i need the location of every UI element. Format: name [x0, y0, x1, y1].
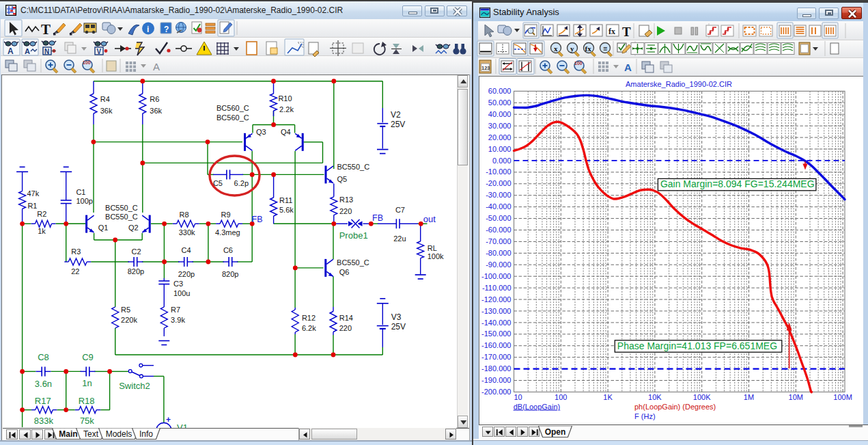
svg-text:BC550_C: BC550_C: [337, 163, 369, 171]
svg-text:V3: V3: [391, 312, 402, 322]
svg-text:-170.000: -170.000: [481, 353, 511, 361]
svg-text:-20.000: -20.000: [486, 179, 511, 187]
svg-text:50.000: 50.000: [488, 98, 512, 107]
svg-text:100k: 100k: [428, 252, 444, 260]
svg-text:out: out: [423, 214, 436, 224]
svg-text:-40.000: -40.000: [486, 202, 511, 211]
svg-text:R14: R14: [339, 314, 353, 322]
svg-text:Switch2: Switch2: [119, 381, 150, 391]
svg-text:220: 220: [339, 207, 352, 215]
svg-text:R5: R5: [121, 306, 130, 314]
svg-text:C8: C8: [38, 352, 49, 362]
svg-text:40.000: 40.000: [488, 110, 512, 118]
svg-text:25V: 25V: [391, 120, 405, 129]
svg-text:-90.000: -90.000: [486, 260, 511, 269]
svg-text:-200.000: -200.000: [481, 388, 511, 396]
svg-text:-180.000: -180.000: [481, 364, 511, 373]
svg-text:x: x: [554, 44, 558, 53]
svg-text:-30.000: -30.000: [486, 191, 511, 199]
svg-text:Amaterske_Radio_1990-02.CIR: Amaterske_Radio_1990-02.CIR: [626, 80, 732, 88]
svg-text:R11: R11: [279, 196, 292, 204]
svg-text:5.6k: 5.6k: [279, 206, 294, 214]
svg-text:R10: R10: [278, 94, 292, 103]
svg-text:30.000: 30.000: [488, 122, 512, 130]
svg-text:2.2k: 2.2k: [279, 105, 294, 113]
svg-text:Q6: Q6: [339, 268, 350, 276]
svg-text:F (Hz): F (Hz): [634, 412, 656, 420]
svg-text:y: y: [570, 44, 574, 53]
svg-text:330k: 330k: [179, 228, 195, 237]
svg-text:36k: 36k: [100, 107, 113, 115]
svg-text:6.2k: 6.2k: [302, 324, 316, 332]
svg-text:-10.000: -10.000: [486, 167, 511, 176]
svg-text:Q5: Q5: [337, 175, 347, 183]
svg-text:Gain Margin=8.094 FG=15.244MEG: Gain Margin=8.094 FG=15.244MEG: [660, 178, 815, 189]
svg-text:-140.000: -140.000: [481, 319, 511, 327]
svg-text:-100.000: -100.000: [481, 272, 511, 280]
svg-text:C3: C3: [173, 280, 183, 288]
svg-text:22: 22: [71, 267, 79, 275]
svg-text:100: 100: [555, 393, 567, 401]
svg-text:V2: V2: [391, 110, 401, 120]
svg-text:100: 100: [574, 61, 583, 66]
svg-text:820p: 820p: [222, 270, 238, 278]
svg-text:Main: Main: [59, 429, 77, 439]
svg-text:C5: C5: [213, 179, 223, 187]
svg-text:C6: C6: [223, 246, 233, 254]
svg-text:-70.000: -70.000: [486, 237, 511, 245]
svg-text:BC550_C: BC550_C: [105, 204, 138, 212]
svg-text:75k: 75k: [80, 416, 94, 426]
svg-text:10.000: 10.000: [488, 145, 512, 153]
svg-text:220p: 220p: [178, 270, 195, 278]
svg-text:1M: 1M: [744, 393, 754, 401]
svg-text:C4: C4: [182, 246, 191, 254]
svg-text:-160.000: -160.000: [481, 341, 511, 349]
svg-text:10: 10: [514, 393, 522, 401]
svg-text:10K: 10K: [648, 393, 662, 401]
svg-text:47k: 47k: [27, 189, 40, 198]
svg-text:Phase Margin=41.013 FP=6.651ME: Phase Margin=41.013 FP=6.651MEG: [617, 340, 777, 351]
svg-text:R3: R3: [71, 247, 81, 256]
svg-text:1k: 1k: [38, 227, 46, 235]
svg-text:C1: C1: [76, 188, 85, 196]
svg-text:0.000: 0.000: [492, 157, 512, 165]
svg-text:10M: 10M: [789, 393, 803, 401]
svg-text:+: +: [166, 415, 171, 424]
svg-text:R7: R7: [171, 306, 180, 314]
svg-text:R18: R18: [79, 396, 95, 406]
svg-text:3.6n: 3.6n: [35, 379, 52, 389]
svg-text:1K: 1K: [603, 393, 613, 401]
svg-text:833k: 833k: [34, 416, 54, 426]
svg-text:1n: 1n: [82, 378, 92, 388]
svg-text:R2: R2: [37, 210, 46, 218]
svg-text:BC560_C: BC560_C: [216, 113, 249, 122]
svg-text:820p: 820p: [128, 267, 144, 275]
svg-text:123: 123: [481, 65, 490, 71]
svg-text:RL: RL: [428, 244, 437, 252]
svg-text:-120.000: -120.000: [481, 295, 511, 304]
svg-text:R6: R6: [150, 95, 159, 103]
svg-text:A: A: [624, 62, 632, 73]
svg-text:fx: fx: [608, 27, 615, 36]
svg-text:C2: C2: [132, 247, 141, 256]
svg-text:-60.000: -60.000: [486, 226, 511, 234]
svg-text:20.000: 20.000: [488, 133, 512, 141]
svg-text:≡: ≡: [603, 44, 607, 53]
svg-text:R17: R17: [35, 396, 51, 406]
svg-text:C7: C7: [395, 206, 405, 214]
svg-text:R9: R9: [221, 211, 231, 219]
svg-text:220: 220: [339, 324, 352, 332]
svg-text:fx: fx: [585, 44, 592, 53]
svg-text:R13: R13: [339, 195, 353, 204]
svg-text:Models: Models: [106, 429, 132, 439]
svg-text:36k: 36k: [150, 107, 162, 115]
svg-text:R1: R1: [27, 202, 37, 210]
svg-text:Info: Info: [139, 429, 153, 439]
svg-text:Q2: Q2: [128, 224, 139, 232]
svg-text:BC560_C: BC560_C: [216, 104, 249, 112]
svg-text:-190.000: -190.000: [481, 376, 511, 384]
svg-text:FB: FB: [372, 213, 383, 223]
svg-text:3.9k: 3.9k: [171, 316, 185, 324]
svg-text:-110.000: -110.000: [482, 284, 512, 292]
svg-text:Open: Open: [545, 427, 566, 437]
